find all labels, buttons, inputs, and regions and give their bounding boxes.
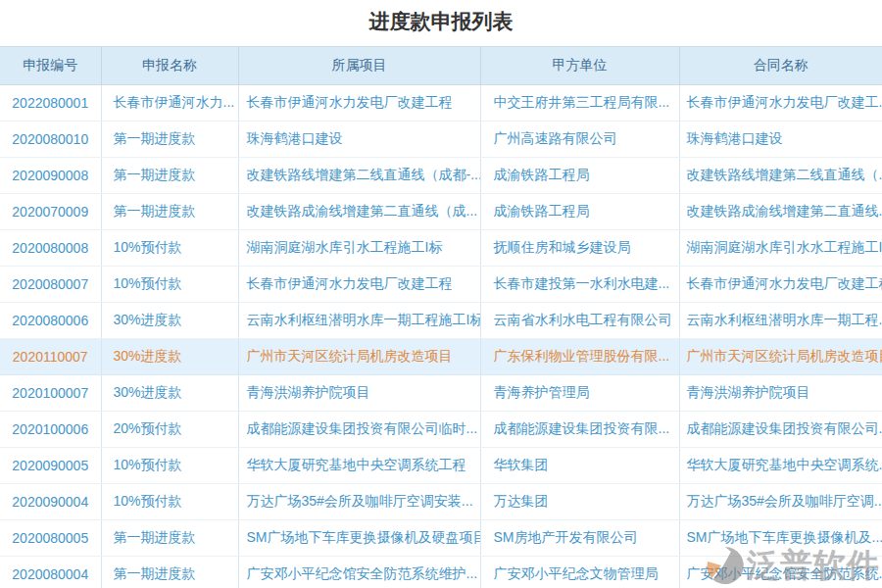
table-cell: 成渝铁路工程局 xyxy=(480,158,679,194)
table-row[interactable]: 202008000810%预付款湖南洞庭湖水库引水工程施工I标抚顺住房和城乡建设… xyxy=(0,230,882,267)
table-cell: 长春市伊通河水力发电厂改建工程 xyxy=(238,267,480,303)
table-row[interactable]: 202011000730%进度款广州市天河区统计局机房改造项目广东保利物业管理股… xyxy=(0,339,882,375)
table-cell: 第一期进度款 xyxy=(101,557,238,588)
table-cell: 青海养护管理局 xyxy=(480,375,679,412)
table-cell: SM广场地下车库更换摄像机及... xyxy=(679,520,882,557)
table-cell: 10%预付款 xyxy=(101,484,238,520)
table-cell: 改建铁路线增建第二线直通线（成都-... xyxy=(238,158,480,194)
table-row[interactable]: 2020080005第一期进度款SM广场地下车库更换摄像机及硬盘项目SM房地产开… xyxy=(0,520,882,557)
table-cell: 珠海鹤港口建设 xyxy=(238,122,480,158)
table-row[interactable]: 202008000710%预付款长春市伊通河水力发电厂改建工程长春市建投第一水利… xyxy=(0,267,882,303)
table-cell: 10%预付款 xyxy=(101,267,238,303)
table-cell: 青海洪湖养护院项目 xyxy=(238,375,480,412)
table-cell: 2020080004 xyxy=(0,557,101,588)
table-row[interactable]: 202009000510%预付款华软大厦研究基地中央空调系统工程华软集团华软大厦… xyxy=(0,448,882,484)
table-header-row: 申报编号申报名称所属项目甲方单位合同名称 xyxy=(0,47,882,85)
table-cell: 万达广场35#会所及咖啡厅空调... xyxy=(679,484,882,520)
column-header: 所属项目 xyxy=(238,47,480,85)
table-cell: 中交王府井第三工程局有限... xyxy=(480,85,679,122)
table-cell: 广安邓小平纪念馆安全防范系统... xyxy=(679,557,882,588)
table-cell: 长春市伊通河水力发电厂改建工... xyxy=(679,85,882,122)
table-cell: 第一期进度款 xyxy=(101,122,238,158)
table-cell: 广安邓小平纪念文物管理局 xyxy=(480,557,679,588)
table-cell: 湖南洞庭湖水库引水工程施工I标 xyxy=(238,230,480,267)
table-cell: 2020080006 xyxy=(0,303,101,339)
table-cell: 第一期进度款 xyxy=(101,194,238,230)
table-cell: 长春市建投第一水利水电建... xyxy=(480,267,679,303)
table-cell: 云南水利枢纽潜明水库一期工程施工I标 xyxy=(238,303,480,339)
table-row[interactable]: 2020080010第一期进度款珠海鹤港口建设广州高速路有限公司珠海鹤港口建设 xyxy=(0,122,882,158)
table-cell: 2020090005 xyxy=(0,448,101,484)
table-cell: 30%进度款 xyxy=(101,303,238,339)
table-cell: 万达广场35#会所及咖啡厅空调安装... xyxy=(238,484,480,520)
table-cell: 长春市伊通河水力... xyxy=(101,85,238,122)
column-header: 申报编号 xyxy=(0,47,101,85)
table-cell: 抚顺住房和城乡建设局 xyxy=(480,230,679,267)
table-body: 2022080001长春市伊通河水力...长春市伊通河水力发电厂改建工程中交王府… xyxy=(0,85,882,588)
table-cell: SM广场地下车库更换摄像机及硬盘项目 xyxy=(238,520,480,557)
progress-payment-table: 申报编号申报名称所属项目甲方单位合同名称 2022080001长春市伊通河水力.… xyxy=(0,46,882,588)
table-cell: SM房地产开发有限公司 xyxy=(480,520,679,557)
table-cell: 20%预付款 xyxy=(101,412,238,448)
table-cell: 第一期进度款 xyxy=(101,158,238,194)
table-cell: 广州高速路有限公司 xyxy=(480,122,679,158)
table-cell: 改建铁路线增建第二线直通线（... xyxy=(679,158,882,194)
progress-payment-list-page: 进度款申报列表 申报编号申报名称所属项目甲方单位合同名称 2022080001长… xyxy=(0,0,882,588)
page-title: 进度款申报列表 xyxy=(0,0,882,46)
table-cell: 改建铁路成渝线增建第二直通线... xyxy=(679,194,882,230)
table-cell: 湖南洞庭湖水库引水水工程施工I标 xyxy=(679,230,882,267)
table-cell: 广安邓小平纪念馆安全防范系统维护... xyxy=(238,557,480,588)
table-row[interactable]: 202010000620%预付款成都能源建设集团投资有限公司临时...成都能源建… xyxy=(0,412,882,448)
table-row[interactable]: 202010000730%进度款青海洪湖养护院项目青海养护管理局青海洪湖养护院项… xyxy=(0,375,882,412)
table-row[interactable]: 2020090008第一期进度款改建铁路线增建第二线直通线（成都-...成渝铁路… xyxy=(0,158,882,194)
table-row[interactable]: 202009000410%预付款万达广场35#会所及咖啡厅空调安装...万达集团… xyxy=(0,484,882,520)
table-cell: 成都能源建设集团投资有限... xyxy=(480,412,679,448)
table-cell: 青海洪湖养护院项目 xyxy=(679,375,882,412)
table-cell: 广州市天河区统计局机房改造项目 xyxy=(238,339,480,375)
table-row[interactable]: 2022080001长春市伊通河水力...长春市伊通河水力发电厂改建工程中交王府… xyxy=(0,85,882,122)
table-cell: 成渝铁路工程局 xyxy=(480,194,679,230)
table-cell: 广东保利物业管理股份有限... xyxy=(480,339,679,375)
table-cell: 万达集团 xyxy=(480,484,679,520)
table-cell: 10%预付款 xyxy=(101,448,238,484)
table-cell: 10%预付款 xyxy=(101,230,238,267)
table-cell: 成都能源建设集团投资有限公司... xyxy=(679,412,882,448)
column-header: 申报名称 xyxy=(101,47,238,85)
table-cell: 第一期进度款 xyxy=(101,520,238,557)
table-cell: 改建铁路成渝线增建第二直通线（成... xyxy=(238,194,480,230)
table-cell: 云南省水利水电工程有限公司 xyxy=(480,303,679,339)
table-cell: 2022080001 xyxy=(0,85,101,122)
table-cell: 2020090004 xyxy=(0,484,101,520)
table-cell: 2020080007 xyxy=(0,267,101,303)
table-cell: 华软大厦研究基地中央空调系统... xyxy=(679,448,882,484)
table-cell: 长春市伊通河水力发电厂改建工程 xyxy=(238,85,480,122)
table-row[interactable]: 2020070009第一期进度款改建铁路成渝线增建第二直通线（成...成渝铁路工… xyxy=(0,194,882,230)
table-row[interactable]: 202008000630%进度款云南水利枢纽潜明水库一期工程施工I标云南省水利水… xyxy=(0,303,882,339)
table-cell: 2020080005 xyxy=(0,520,101,557)
table-cell: 30%进度款 xyxy=(101,339,238,375)
table-cell: 珠海鹤港口建设 xyxy=(679,122,882,158)
table-cell: 2020110007 xyxy=(0,339,101,375)
table-cell: 广州市天河区统计局机房改造项目 xyxy=(679,339,882,375)
table-row[interactable]: 2020080004第一期进度款广安邓小平纪念馆安全防范系统维护...广安邓小平… xyxy=(0,557,882,588)
table-cell: 云南水利枢纽潜明水库一期工程... xyxy=(679,303,882,339)
table-cell: 2020100007 xyxy=(0,375,101,412)
table-cell: 2020100006 xyxy=(0,412,101,448)
table-cell: 长春市伊通河水力发电厂改建工程 xyxy=(679,267,882,303)
table-cell: 30%进度款 xyxy=(101,375,238,412)
table-cell: 2020090008 xyxy=(0,158,101,194)
table-cell: 华软大厦研究基地中央空调系统工程 xyxy=(238,448,480,484)
column-header: 合同名称 xyxy=(679,47,882,85)
table-cell: 2020080008 xyxy=(0,230,101,267)
table-cell: 2020080010 xyxy=(0,122,101,158)
table-cell: 2020070009 xyxy=(0,194,101,230)
column-header: 甲方单位 xyxy=(480,47,679,85)
table-cell: 华软集团 xyxy=(480,448,679,484)
table-cell: 成都能源建设集团投资有限公司临时... xyxy=(238,412,480,448)
